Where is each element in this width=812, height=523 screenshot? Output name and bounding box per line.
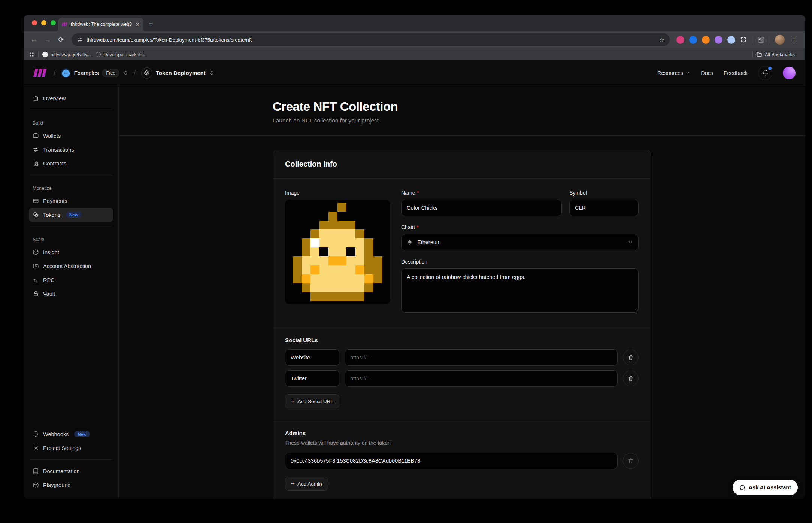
admin-address-input[interactable] (285, 453, 618, 469)
extensions-puzzle-icon[interactable] (740, 36, 747, 43)
forward-button[interactable]: → (42, 34, 54, 46)
book-icon (33, 468, 39, 474)
bookmark-star-icon[interactable]: ☆ (659, 36, 664, 43)
new-badge: New (74, 431, 90, 437)
wallet-icon (33, 133, 39, 139)
page-header: Create NFT Collection Launch an NFT coll… (119, 86, 805, 136)
clock-extension-icon[interactable] (727, 36, 735, 44)
social-url-row-website (285, 349, 639, 366)
metamask-extension-icon[interactable] (702, 36, 710, 44)
notifications-button[interactable] (758, 66, 772, 80)
zoom-window-button[interactable] (51, 20, 56, 25)
browser-menu-icon[interactable]: ⋮ (790, 36, 799, 43)
apps-grid-icon[interactable] (29, 52, 34, 57)
browser-tab[interactable]: thirdweb: The complete web3 ✕ (58, 18, 143, 31)
card-title: Collection Info (285, 160, 639, 168)
sidebar-item-overview[interactable]: Overview (29, 91, 113, 105)
sidebar-divider (30, 110, 112, 110)
symbol-input[interactable] (569, 200, 639, 216)
project-selector-icon[interactable] (209, 70, 215, 76)
browser-profile-avatar[interactable] (775, 35, 785, 45)
thirdweb-logo[interactable] (33, 68, 48, 78)
ask-ai-assistant-button[interactable]: Ask AI Assistant (733, 480, 798, 495)
sidebar-item-documentation[interactable]: Documentation (29, 464, 113, 478)
sidebar-item-project-settings[interactable]: Project Settings (29, 441, 113, 455)
bookmark-label: Developer marketi... (103, 52, 145, 57)
sidebar-item-label: Payments (43, 198, 67, 204)
all-bookmarks-button[interactable]: All Bookmarks (757, 52, 795, 57)
user-avatar[interactable] (783, 67, 796, 79)
sidebar-divider (30, 459, 112, 460)
sidebar-item-account-abstraction[interactable]: Account Abstraction (29, 259, 113, 273)
required-asterisk-2: * (417, 224, 419, 230)
notification-dot (768, 67, 772, 70)
purple-extension-icon[interactable] (715, 36, 722, 44)
reload-button[interactable]: ⟳ (55, 34, 67, 46)
delete-social-url-button[interactable] (623, 350, 639, 365)
sidebar-item-rpc[interactable]: RPC (29, 273, 113, 287)
description-textarea[interactable]: A collection of rainbow chicks hatched f… (401, 268, 639, 313)
collection-image-upload[interactable] (285, 200, 390, 304)
vault-icon (33, 291, 39, 297)
feedback-link[interactable]: Feedback (724, 70, 748, 76)
minimize-window-button[interactable] (41, 20, 46, 25)
tab-close-icon[interactable]: ✕ (135, 22, 140, 27)
plan-badge: Free (102, 69, 119, 77)
social-url-input-website[interactable] (345, 349, 618, 366)
page-title: Create NFT Collection (273, 100, 805, 114)
sidebar-item-playground[interactable]: Playground (29, 478, 113, 492)
docs-link[interactable]: Docs (701, 70, 713, 76)
sidebar-item-tokens[interactable]: TokensNew (29, 208, 113, 222)
add-social-url-button[interactable]: + Add Social URL (285, 394, 339, 408)
side-panel-search-icon[interactable] (757, 36, 765, 43)
plus-icon-2: + (291, 480, 294, 487)
transactions-icon (33, 146, 39, 153)
tokens-icon (33, 212, 39, 218)
site-settings-icon[interactable] (77, 37, 83, 43)
sidebar-item-label: Wallets (43, 133, 61, 139)
chat-bubble-icon (739, 484, 745, 490)
collection-name-input[interactable] (401, 200, 562, 216)
sidebar-item-transactions[interactable]: Transactions (29, 143, 113, 156)
sidebar-item-insight[interactable]: Insight (29, 245, 113, 259)
new-tab-button[interactable]: + (149, 20, 153, 28)
breadcrumb-project[interactable]: Token Deployment (141, 67, 215, 79)
add-admin-button[interactable]: + Add Admin (285, 477, 328, 491)
breadcrumb-team[interactable]: Examples Free (61, 68, 129, 78)
sidebar-item-vault[interactable]: Vault (29, 287, 113, 301)
chick-pixel-art (293, 203, 382, 301)
sidebar-item-contracts[interactable]: Contracts (29, 156, 113, 170)
chain-value[interactable] (401, 234, 639, 250)
browser-window: thirdweb: The complete web3 ✕ + ← → ⟳ th… (24, 15, 805, 499)
bookmark-item-1[interactable]: niftyswap.gg/Nifty... (42, 52, 91, 57)
sidebar-item-wallets[interactable]: Wallets (29, 129, 113, 143)
home-icon (33, 95, 39, 101)
thirdweb-favicon (62, 22, 68, 27)
sidebar-item-webhooks[interactable]: WebhooksNew (29, 427, 113, 441)
project-name: Token Deployment (156, 70, 206, 76)
sidebar-item-label: RPC (43, 277, 55, 283)
page-subtitle: Launch an NFT collection for your projec… (273, 117, 805, 124)
delete-admin-button[interactable] (623, 453, 639, 469)
pink-extension-icon[interactable] (676, 36, 684, 44)
back-button[interactable]: ← (28, 34, 40, 46)
social-platform-input-twitter[interactable] (285, 370, 339, 387)
sidebar-item-label: Tokens (43, 212, 60, 218)
social-url-input-twitter[interactable] (345, 370, 618, 387)
sidebar-item-payments[interactable]: Payments (29, 194, 113, 208)
required-asterisk: * (417, 190, 419, 196)
social-urls-title: Social URLs (285, 337, 639, 343)
extension-icons: ⋮ (674, 35, 801, 45)
sidebar-item-label: Vault (43, 291, 55, 297)
address-bar[interactable]: thirdweb.com/team/examples/Token-Deploym… (72, 33, 670, 46)
social-platform-input-website[interactable] (285, 349, 339, 366)
team-selector-icon[interactable] (123, 70, 128, 76)
chain-select[interactable] (401, 234, 639, 250)
resources-menu[interactable]: Resources (657, 70, 690, 76)
delete-social-url-button[interactable] (623, 371, 639, 386)
description-label: Description (401, 259, 427, 265)
bookmark-item-2[interactable]: Developer marketi... (96, 52, 145, 57)
blue-ring-extension-icon[interactable] (689, 36, 697, 44)
close-window-button[interactable] (32, 20, 37, 25)
admins-section: Admins These wallets will have authority… (273, 420, 651, 499)
